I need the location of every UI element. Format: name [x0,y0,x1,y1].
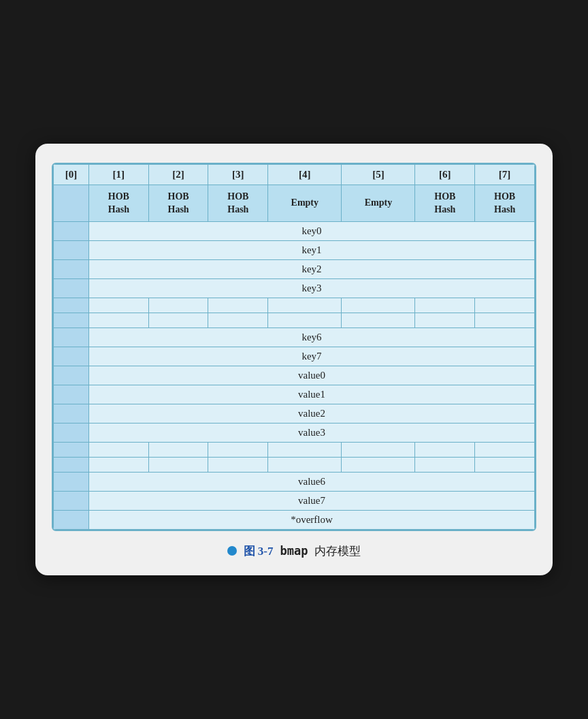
row-index-15 [54,491,89,510]
blank-cell-4-5 [342,298,415,313]
data-row-1: key1 [54,240,535,259]
blank-cell-4-7 [475,298,535,313]
row-index-11 [54,423,89,442]
blank-cell-12-2 [148,442,208,457]
header-label-col6: HOBHash [415,185,475,221]
figure-dot [227,546,237,556]
figure-label: 图 3-7 bmap 内存模型 [52,543,536,559]
blank-cell-4-2 [148,298,208,313]
col-index-4: [4] [268,165,342,185]
blank-row-5 [54,313,535,327]
card: [0] [1] [2] [3] [4] [5] [6] [7] HOBHash … [35,144,553,575]
row-content-7: key7 [89,347,535,366]
header-label-col1: HOBHash [89,185,149,221]
blank-cell-5-3 [208,313,268,327]
col-index-6: [6] [415,165,475,185]
row-content-3: key3 [89,278,535,298]
header-label-col2: HOBHash [148,185,208,221]
blank-cell-5-2 [148,313,208,327]
row-index-9 [54,385,89,404]
blank-cell-4-3 [208,298,268,313]
data-row-15: value7 [54,491,535,510]
row-index-14 [54,472,89,491]
blank-cell-13-6 [415,457,475,472]
header-label-col7: HOBHash [475,185,535,221]
figure-desc: bmap [280,544,308,558]
row-content-14: value6 [89,472,535,491]
blank-cell-13-5 [342,457,415,472]
blank-cell-12-4 [268,442,342,457]
blank-cell-5-1 [89,313,149,327]
blank-cell-12-6 [415,442,475,457]
data-row-11: value3 [54,423,535,442]
data-row-2: key2 [54,259,535,278]
row-index-3 [54,278,89,298]
blank-cell-13-7 [475,457,535,472]
row-content-16: *overflow [89,510,535,529]
table-wrapper: [0] [1] [2] [3] [4] [5] [6] [7] HOBHash … [52,163,536,530]
col-index-3: [3] [208,165,268,185]
row-index-7 [54,347,89,366]
blank-cell-12-7 [475,442,535,457]
col-index-2: [2] [148,165,208,185]
blank-cell-12-0 [54,442,89,457]
row-index-6 [54,327,89,347]
row-index-0 [54,221,89,240]
data-row-10: value2 [54,404,535,423]
figure-cn: 内存模型 [314,543,361,559]
blank-cell-12-3 [208,442,268,457]
data-row-14: value6 [54,472,535,491]
row-content-9: value1 [89,385,535,404]
figure-number: 图 3-7 [244,543,274,559]
blank-cell-4-1 [89,298,149,313]
blank-cell-4-6 [415,298,475,313]
blank-row-4 [54,298,535,313]
blank-cell-4-0 [54,298,89,313]
blank-cell-13-3 [208,457,268,472]
header-index-row: [0] [1] [2] [3] [4] [5] [6] [7] [54,165,535,185]
blank-row-13 [54,457,535,472]
blank-cell-12-1 [89,442,149,457]
col-index-7: [7] [475,165,535,185]
blank-cell-5-7 [475,313,535,327]
row-content-11: value3 [89,423,535,442]
blank-cell-5-6 [415,313,475,327]
header-label-col0 [54,185,89,221]
row-content-8: value0 [89,366,535,385]
header-label-row: HOBHash HOBHash HOBHash Empty Empty HOBH… [54,185,535,221]
blank-cell-5-4 [268,313,342,327]
row-index-10 [54,404,89,423]
row-index-16 [54,510,89,529]
row-content-1: key1 [89,240,535,259]
data-row-0: key0 [54,221,535,240]
col-index-5: [5] [342,165,415,185]
header-label-col3: HOBHash [208,185,268,221]
data-row-7: key7 [54,347,535,366]
row-content-6: key6 [89,327,535,347]
bmap-table: [0] [1] [2] [3] [4] [5] [6] [7] HOBHash … [53,164,535,529]
row-content-2: key2 [89,259,535,278]
blank-cell-12-5 [342,442,415,457]
col-index-0: [0] [54,165,89,185]
data-row-8: value0 [54,366,535,385]
header-label-col5: Empty [342,185,415,221]
blank-cell-13-1 [89,457,149,472]
blank-row-12 [54,442,535,457]
row-index-1 [54,240,89,259]
row-content-15: value7 [89,491,535,510]
row-content-0: key0 [89,221,535,240]
data-row-3: key3 [54,278,535,298]
row-index-8 [54,366,89,385]
row-content-10: value2 [89,404,535,423]
blank-cell-13-4 [268,457,342,472]
data-row-16: *overflow [54,510,535,529]
blank-cell-4-4 [268,298,342,313]
data-row-6: key6 [54,327,535,347]
blank-cell-5-5 [342,313,415,327]
col-index-1: [1] [89,165,149,185]
blank-cell-13-2 [148,457,208,472]
header-label-col4: Empty [268,185,342,221]
row-index-2 [54,259,89,278]
blank-cell-5-0 [54,313,89,327]
blank-cell-13-0 [54,457,89,472]
